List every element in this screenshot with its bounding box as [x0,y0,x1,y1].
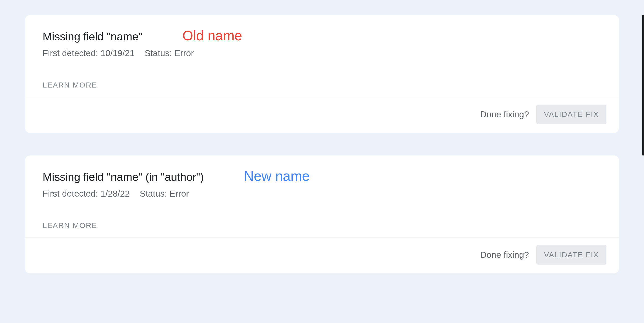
meta-row: First detected: 1/28/22 Status: Error [43,189,601,199]
status-value: Error [174,48,194,58]
validate-fix-button[interactable]: VALIDATE FIX [536,105,606,124]
title-row: Missing field "name" Old name [43,28,601,44]
title-row: Missing field "name" (in "author") New n… [43,168,601,184]
scrollbar-thumb[interactable] [642,15,644,155]
first-detected: First detected: 1/28/22 [43,189,130,199]
status: Status: Error [140,189,189,199]
done-fixing-label: Done fixing? [480,250,529,260]
first-detected-label: First detected: [43,48,98,58]
done-fixing-label: Done fixing? [480,109,529,119]
status-label: Status: [145,48,172,58]
validate-fix-button[interactable]: VALIDATE FIX [536,245,606,265]
meta-row: First detected: 10/19/21 Status: Error [43,48,601,58]
first-detected: First detected: 10/19/21 [43,48,135,58]
status-value: Error [170,189,189,198]
annotation-new: New name [244,168,310,184]
issue-title: Missing field "name" (in "author") [43,171,204,184]
annotation-old: Old name [183,28,242,44]
issue-card: Missing field "name" (in "author") New n… [25,155,619,273]
card-footer: Done fixing? VALIDATE FIX [25,97,619,133]
first-detected-value: 1/28/22 [101,189,130,198]
learn-more-link[interactable]: LEARN MORE [43,81,97,89]
issue-title: Missing field "name" [43,30,142,43]
issue-card: Missing field "name" Old name First dete… [25,15,619,133]
card-header: Missing field "name" Old name First dete… [25,15,619,97]
card-footer: Done fixing? VALIDATE FIX [25,237,619,273]
learn-more-link[interactable]: LEARN MORE [43,221,97,230]
status: Status: Error [145,48,194,58]
first-detected-label: First detected: [43,189,98,198]
first-detected-value: 10/19/21 [101,48,135,58]
status-label: Status: [140,189,167,198]
card-header: Missing field "name" (in "author") New n… [25,155,619,237]
